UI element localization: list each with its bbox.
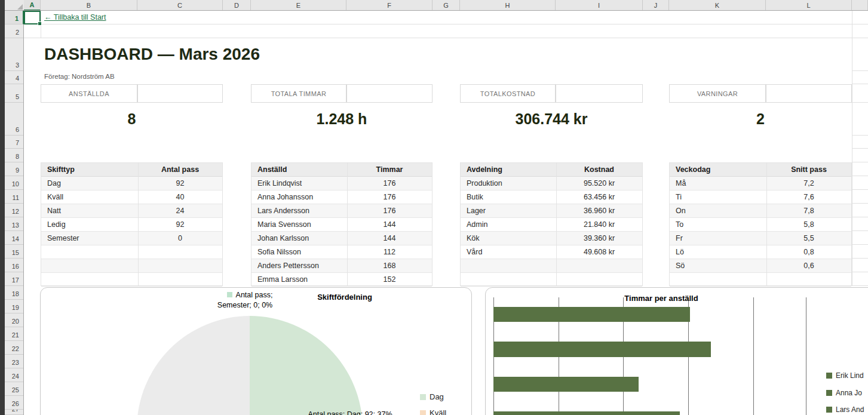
cell-value[interactable]: 112: [347, 245, 432, 259]
table-row-empty[interactable]: [41, 245, 222, 259]
kpi-value-totalkostnad[interactable]: 306.744 kr: [460, 103, 643, 136]
legend-item-lars[interactable]: Lars And: [826, 405, 864, 414]
cell-value[interactable]: 5,8: [766, 218, 851, 231]
pie-chart-skiftfordelning[interactable]: Antal pass; Semester; 0; 0% Skiftfördeln…: [40, 287, 472, 415]
table-row-empty[interactable]: [41, 259, 222, 273]
row-header[interactable]: 3: [5, 38, 23, 71]
column-header-cell[interactable]: Veckodag: [670, 163, 710, 176]
cell-value[interactable]: 144: [347, 218, 432, 231]
chart-title[interactable]: Timmar per anställd: [602, 294, 721, 303]
cell-value[interactable]: 21.840 kr: [556, 218, 642, 231]
chart-title[interactable]: Skiftfördelning: [285, 293, 404, 302]
column-header-m-partial[interactable]: [852, 0, 868, 11]
table-row-empty[interactable]: [670, 273, 851, 287]
fill-handle[interactable]: [38, 21, 42, 26]
bar-sofia-nilsson[interactable]: [493, 377, 639, 392]
cell-label[interactable]: Anna Johansson: [251, 190, 313, 204]
row-header[interactable]: 10: [5, 176, 23, 190]
cell-value[interactable]: 39.360 kr: [556, 232, 642, 245]
cell-value[interactable]: 5,5: [766, 232, 851, 245]
cell-label[interactable]: Kök: [461, 232, 480, 245]
bar-anders-pettersson[interactable]: [493, 342, 711, 357]
cell-label[interactable]: Maria Svensson: [251, 218, 311, 231]
cell-value[interactable]: 63.456 kr: [556, 190, 642, 204]
cell-value[interactable]: 176: [347, 177, 432, 190]
cell-label[interactable]: Lager: [461, 204, 486, 217]
bar-chart-timmar-per-anstalld[interactable]: Timmar per anställd Erik Lind Anna Jo La…: [485, 287, 868, 415]
column-header-j[interactable]: J: [643, 0, 669, 11]
cell-value[interactable]: 0,6: [766, 259, 851, 272]
table-row-empty[interactable]: [41, 273, 222, 287]
cell-label[interactable]: Anders Pettersson: [251, 259, 319, 272]
cell-value[interactable]: 152: [347, 273, 432, 286]
cell-value[interactable]: 0: [138, 232, 222, 245]
cell-value[interactable]: 144: [347, 232, 432, 245]
column-header-a[interactable]: A: [24, 0, 41, 11]
column-header-cell[interactable]: Kostnad: [556, 163, 642, 176]
row-header[interactable]: 24: [5, 368, 23, 382]
cell-label[interactable]: Ti: [670, 190, 682, 204]
kpi-spacer-cell[interactable]: [556, 84, 643, 103]
cell-label[interactable]: Fr: [670, 232, 683, 245]
column-header-cell[interactable]: Timmar: [347, 163, 432, 176]
row-header[interactable]: 1: [5, 11, 24, 24]
column-header-k[interactable]: K: [669, 0, 766, 11]
kpi-value-varningar[interactable]: 2: [669, 103, 852, 136]
row-header[interactable]: 6: [5, 103, 23, 136]
kpi-label-totalkostnad[interactable]: TOTALKOSTNAD: [460, 84, 556, 103]
row-header[interactable]: 11: [5, 190, 23, 204]
row-header[interactable]: 22: [5, 341, 23, 355]
row-header[interactable]: 25: [5, 382, 23, 396]
row-header[interactable]: 26: [5, 396, 23, 410]
cell-label[interactable]: On: [670, 204, 686, 217]
row-header[interactable]: 14: [5, 231, 23, 245]
column-header-cell[interactable]: Snitt pass: [766, 163, 851, 176]
legend-item-dag[interactable]: Dag: [420, 392, 444, 401]
cell-label[interactable]: Johan Karlsson: [251, 232, 309, 245]
bar-emma-larsson[interactable]: [493, 307, 690, 322]
cell-value[interactable]: 0,8: [766, 245, 851, 259]
legend-item-kvall[interactable]: Kväll: [420, 408, 446, 415]
cell-label[interactable]: Lars Andersson: [251, 204, 309, 217]
cell-label[interactable]: Erik Lindqvist: [251, 177, 302, 190]
row-header[interactable]: 12: [5, 204, 23, 217]
row-header[interactable]: 18: [5, 286, 23, 300]
select-all-corner[interactable]: [5, 0, 24, 11]
column-header-cell[interactable]: Avdelning: [461, 163, 502, 176]
cell-label[interactable]: Natt: [41, 204, 61, 217]
column-header-cell[interactable]: Skifttyp: [41, 163, 75, 176]
cell-label[interactable]: Semester: [41, 232, 79, 245]
column-header-f[interactable]: F: [346, 0, 433, 11]
row-header[interactable]: 5: [5, 84, 23, 103]
column-header-cell[interactable]: Antal pass: [138, 163, 222, 176]
row-header[interactable]: 2: [5, 24, 23, 38]
cell-value[interactable]: 49.608 kr: [556, 245, 642, 259]
cell-value[interactable]: 7,2: [766, 177, 851, 190]
kpi-spacer-cell[interactable]: [346, 84, 433, 103]
column-header-c[interactable]: C: [137, 0, 223, 11]
kpi-label-anstallda[interactable]: ANSTÄLLDA: [41, 84, 137, 103]
row-header[interactable]: 4: [5, 71, 23, 84]
cell-value[interactable]: 92: [138, 177, 222, 190]
cell-value[interactable]: 92: [138, 218, 222, 231]
cell-value[interactable]: 168: [347, 259, 432, 272]
cell-label[interactable]: Produktion: [461, 177, 502, 190]
column-header-b[interactable]: B: [41, 0, 137, 11]
kpi-value-anstallda[interactable]: 8: [41, 103, 223, 136]
row-header[interactable]: 7: [5, 136, 23, 149]
column-header-e[interactable]: E: [251, 0, 346, 11]
row-header[interactable]: 15: [5, 245, 23, 259]
cell-label[interactable]: Butik: [461, 190, 483, 204]
column-header-l[interactable]: L: [766, 0, 852, 11]
cell-value[interactable]: 7,8: [766, 204, 851, 217]
pie-plot[interactable]: [137, 316, 363, 415]
kpi-value-totala-timmar[interactable]: 1.248 h: [251, 103, 433, 136]
cell-value[interactable]: 176: [347, 204, 432, 217]
kpi-label-totala-timmar[interactable]: TOTALA TIMMAR: [251, 84, 346, 103]
legend-item-anna[interactable]: Anna Jo: [826, 389, 862, 397]
cell-label[interactable]: Kväll: [41, 190, 63, 204]
cell-label[interactable]: Emma Larsson: [251, 273, 308, 286]
cell-label[interactable]: Vård: [461, 245, 482, 259]
row-header[interactable]: 21: [5, 327, 23, 341]
cell-label[interactable]: Sofia Nilsson: [251, 245, 301, 259]
